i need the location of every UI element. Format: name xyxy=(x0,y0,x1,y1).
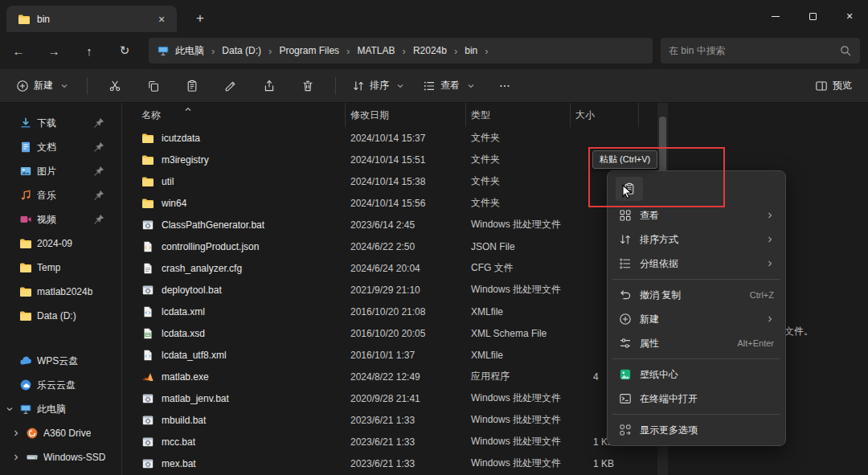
file-row[interactable]: icutzdata2024/10/14 15:37文件夹 xyxy=(122,127,657,149)
file-date: 2016/10/20 21:08 xyxy=(346,306,466,317)
chevron-right-icon xyxy=(10,427,23,440)
tab-close-icon[interactable]: × xyxy=(153,10,170,28)
file-name: crash_analyzer.cfg xyxy=(162,263,242,274)
file-row[interactable]: m3iregistry2024/10/14 15:51文件夹 xyxy=(122,149,657,170)
breadcrumb-segment[interactable]: MATLAB xyxy=(353,43,399,59)
file-row[interactable]: util2024/10/14 15:38文件夹 xyxy=(122,170,657,192)
bat-file-icon xyxy=(141,392,154,405)
sidebar-item[interactable]: WPS云盘 xyxy=(0,349,121,373)
sidebar-item[interactable]: 下载 xyxy=(0,111,121,135)
sidebar-item[interactable]: Windows-SSD xyxy=(0,445,121,469)
undo-icon xyxy=(619,289,632,301)
pin-icon xyxy=(92,141,105,154)
column-header-type[interactable]: 类型 xyxy=(466,103,571,127)
sidebar-item-label: 音乐 xyxy=(37,189,56,203)
column-header-size[interactable]: 大小 xyxy=(571,103,639,127)
sidebar-item-label: matlab2024b xyxy=(37,286,92,297)
menu-item[interactable]: 新建 xyxy=(611,307,782,331)
file-type: 文件夹 xyxy=(466,153,571,166)
file-type: JSON File xyxy=(466,241,571,252)
bat-file-icon xyxy=(141,436,154,448)
column-header-name[interactable]: 名称 xyxy=(122,103,346,127)
menu-separator xyxy=(612,358,780,359)
more-options-icon xyxy=(619,424,632,436)
file-row[interactable]: mbuild.bat2023/6/21 1:33Windows 批处理文件 xyxy=(122,409,657,431)
menu-item[interactable]: 撤消 复制Ctrl+Z xyxy=(611,283,782,307)
menu-item[interactable]: 在终端中打开 xyxy=(611,387,782,411)
up-button[interactable]: ↑ xyxy=(77,39,101,63)
search-box[interactable] xyxy=(661,38,860,63)
sidebar-item[interactable]: 文档 xyxy=(0,135,121,159)
more-button[interactable] xyxy=(490,75,519,97)
paste-button[interactable] xyxy=(178,75,207,97)
view-icon xyxy=(423,80,436,92)
sidebar-item[interactable]: A360 Drive xyxy=(0,421,121,445)
sidebar: 下载文档图片音乐视频2024-09Tempmatlab2024bData (D:… xyxy=(0,103,122,475)
chevron-right-icon xyxy=(766,315,774,323)
breadcrumb-segment[interactable]: bin xyxy=(461,43,481,59)
breadcrumb[interactable]: 此电脑›Data (D:)›Program Files›MATLAB›R2024… xyxy=(149,38,653,63)
menu-item[interactable]: 查看 xyxy=(611,203,782,227)
search-input[interactable] xyxy=(669,45,833,56)
menu-item[interactable]: 显示更多选项 xyxy=(611,418,782,442)
new-tab-button[interactable]: + xyxy=(190,8,211,29)
sidebar-item[interactable]: matlab2024b xyxy=(0,280,121,304)
file-row[interactable]: lcdata.xsd2016/10/20 20:05XML Schema Fil… xyxy=(122,322,657,344)
file-row[interactable]: mcc.bat2023/6/21 1:33Windows 批处理文件1 KB xyxy=(122,431,657,452)
column-header-date[interactable]: 修改日期 xyxy=(346,103,466,127)
breadcrumb-segment[interactable]: Data (D:) xyxy=(218,43,265,59)
menu-item[interactable]: 属性Alt+Enter xyxy=(611,331,782,355)
sort-button[interactable]: 排序 xyxy=(346,74,413,97)
file-row[interactable]: lcdata_utf8.xml2016/10/1 1:37XMLfile xyxy=(122,344,657,366)
file-type: Windows 批处理文件 xyxy=(466,283,571,297)
sidebar-item[interactable]: 图片 xyxy=(0,159,121,183)
sidebar-item[interactable]: Data (D:) xyxy=(0,304,121,328)
sidebar-item[interactable]: 此电脑 xyxy=(0,397,121,421)
minimize-button[interactable] xyxy=(757,0,794,32)
forward-button[interactable]: → xyxy=(42,39,66,63)
file-row[interactable]: crash_analyzer.cfg2024/6/24 20:04CFG 文件 xyxy=(122,257,657,279)
file-row[interactable]: matlab.exe2024/8/22 12:49应用程序4 xyxy=(122,366,657,387)
pin-icon xyxy=(92,117,105,129)
sidebar-item-chevron xyxy=(11,427,21,440)
rename-button[interactable] xyxy=(216,75,245,97)
breadcrumb-segment[interactable]: R2024b xyxy=(409,43,451,59)
copy-button[interactable] xyxy=(139,75,168,97)
file-row[interactable]: win642024/10/14 15:56文件夹 xyxy=(122,192,657,214)
file-row[interactable]: controllingProduct.json2024/6/22 2:50JSO… xyxy=(122,235,657,257)
file-row[interactable]: deploytool.bat2021/9/29 21:10Windows 批处理… xyxy=(122,279,657,301)
sidebar-item[interactable]: 视频 xyxy=(0,207,121,231)
file-date: 2020/9/28 21:41 xyxy=(346,393,466,404)
file-row[interactable]: mex.bat2023/6/21 1:33Windows 批处理文件1 KB xyxy=(122,452,657,474)
sidebar-item[interactable]: 2024-09 xyxy=(0,231,121,256)
preview-toggle-button[interactable]: 预览 xyxy=(809,74,858,97)
sidebar-item[interactable]: 乐云云盘 xyxy=(0,373,121,397)
view-button[interactable]: 查看 xyxy=(416,74,484,97)
close-button[interactable]: × xyxy=(831,0,868,32)
delete-button[interactable] xyxy=(293,75,322,97)
share-button[interactable] xyxy=(255,75,284,97)
file-size: 1 KB xyxy=(571,458,639,469)
sidebar-item[interactable]: Temp xyxy=(0,256,121,280)
menu-item-label: 壁纸中心 xyxy=(640,368,678,382)
breadcrumb-segment[interactable]: Program Files xyxy=(275,43,343,59)
file-date: 2023/6/14 2:45 xyxy=(346,219,466,231)
preview-pane-icon xyxy=(815,80,828,92)
maximize-button[interactable] xyxy=(794,0,831,32)
menu-item[interactable]: 分组依据 xyxy=(611,252,782,276)
file-row[interactable]: matlab_jenv.bat2020/9/28 21:41Windows 批处… xyxy=(122,387,657,409)
pictures-icon xyxy=(19,165,32,178)
file-row[interactable]: ClassPathGenerator.bat2023/6/14 2:45Wind… xyxy=(122,214,657,235)
refresh-button[interactable]: ↻ xyxy=(113,39,137,63)
file-name: lcdata_utf8.xml xyxy=(162,350,227,361)
cut-button[interactable] xyxy=(100,75,129,97)
menu-item[interactable]: 壁纸中心 xyxy=(611,362,782,387)
back-button[interactable]: ← xyxy=(6,39,31,63)
new-button[interactable]: 新建 xyxy=(10,74,77,97)
menu-item[interactable]: 排序方式 xyxy=(611,227,782,252)
paste-menu-button[interactable] xyxy=(616,177,643,201)
sidebar-item[interactable]: 音乐 xyxy=(0,183,121,207)
file-row[interactable]: lcdata.xml2016/10/20 21:08XMLfile xyxy=(122,301,657,322)
explorer-tab[interactable]: bin × xyxy=(6,6,177,32)
breadcrumb-segment[interactable]: 此电脑 xyxy=(171,42,208,60)
